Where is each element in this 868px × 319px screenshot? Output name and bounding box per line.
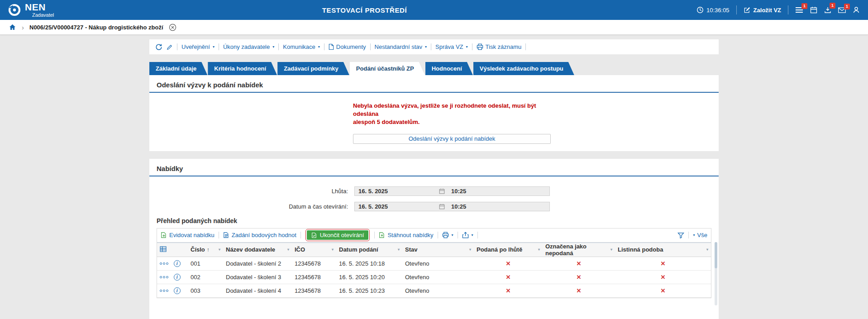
filter-caret-icon[interactable]: ▾ [610, 248, 612, 252]
cell-ico: 12345678 [292, 257, 336, 270]
col-listinna-podoba[interactable]: Listinná podoba ▾ [615, 243, 711, 257]
filter-caret-icon[interactable]: ▾ [287, 248, 289, 252]
col-stav[interactable]: Stav ▾ [402, 243, 474, 257]
zadani-bodovych-hodnot-button[interactable]: Zadání bodových hodnot [223, 232, 296, 238]
menu-button[interactable]: 1 [795, 7, 803, 13]
table-row[interactable]: i 002 Dodavatel - školení 3 12345678 16.… [157, 270, 711, 284]
tab-zakladni-udaje[interactable]: Základní údaje [149, 62, 207, 75]
print-grid-button[interactable]: ▾ [442, 232, 453, 238]
col-datum-podani[interactable]: Datum podání ▾ [336, 243, 402, 257]
clock: 10:36:05 [696, 6, 730, 14]
calendar-button[interactable] [810, 6, 817, 14]
bids-form: Lhůta: 16. 5. 2025 10:25 Datum a čas ote… [157, 186, 711, 211]
filter-caret-icon[interactable]: ▾ [469, 248, 471, 252]
user-button[interactable] [853, 6, 860, 14]
separator [472, 43, 472, 50]
clock-time: 10:36:05 [706, 7, 730, 14]
caret-down-icon: ▾ [213, 45, 215, 49]
col-oznacena-nepodana[interactable]: Označena jako nepodaná ▾ [543, 243, 615, 257]
stahnout-nabidky-button[interactable]: Stáhnout nabídky [379, 232, 433, 238]
compose-icon [744, 7, 750, 14]
cell-datum: 16. 5. 2025 10:23 [336, 284, 402, 297]
deadline-label: Lhůta: [157, 188, 354, 195]
tab-kriteria-hodnoceni[interactable]: Kritéria hodnocení [208, 62, 277, 75]
refresh-icon [155, 43, 162, 51]
downloads-button[interactable]: 1 [824, 6, 831, 14]
deadline-time[interactable]: 10:25 [445, 188, 466, 195]
col-podana-po-lhute[interactable]: Podaná po lhůtě ▾ [474, 243, 543, 257]
cross-icon: ✕ [474, 257, 543, 270]
menu-tisk-zaznamu[interactable]: Tisk záznamu [477, 43, 522, 50]
tab-vysledek[interactable]: Výsledek zadávacího postupu [473, 62, 574, 75]
calendar-icon[interactable] [439, 188, 445, 194]
filter-button[interactable] [677, 232, 684, 238]
column-settings[interactable] [157, 243, 188, 257]
close-circle-icon [169, 24, 176, 31]
close-record-button[interactable] [169, 24, 176, 31]
opening-input[interactable]: 16. 5. 2025 10:25 [354, 202, 550, 211]
cell-ico: 12345678 [292, 284, 336, 297]
cell-datum: 16. 5. 2025 10:18 [336, 257, 402, 270]
filter-caret-icon[interactable]: ▾ [332, 248, 334, 252]
bids-table: Číslo ↑ ▾ Název dodavatele ▾ [157, 243, 711, 298]
cross-icon: ✕ [543, 284, 615, 297]
tab-hodnoceni[interactable]: Hodnocení [425, 62, 473, 75]
nen-logo[interactable]: NEN Zadavatel [8, 2, 54, 18]
vertical-scrollbar[interactable] [715, 242, 717, 305]
table-row[interactable]: i 003 Dodavatel - školení 4 12345678 16.… [157, 284, 711, 297]
downloads-badge: 1 [830, 3, 835, 9]
menu-komunikace[interactable]: Komunikace ▾ [283, 43, 320, 50]
opening-date[interactable]: 16. 5. 2025 [355, 203, 439, 210]
printer-icon [477, 43, 483, 50]
caret-down-icon: ▾ [466, 45, 468, 49]
row-info-icon[interactable]: i [174, 287, 181, 294]
menu-ukony-zadavatele[interactable]: Úkony zadavatele ▾ [223, 43, 274, 50]
view-select[interactable]: ▾ Vše [693, 232, 707, 238]
breadcrumb-record[interactable]: N006/25/V00004727 - Nákup drogistického … [29, 24, 163, 31]
tab-podani-ucastniku[interactable]: Podání účastníků ZP [350, 62, 425, 75]
opening-time[interactable]: 10:25 [445, 203, 466, 210]
cell-cislo: 001 [188, 257, 223, 270]
menu-uverejneni[interactable]: Uveřejnění ▾ [181, 43, 215, 50]
home-button[interactable] [9, 24, 16, 31]
app-name: NEN [25, 2, 54, 12]
row-info-icon[interactable]: i [174, 274, 181, 281]
send-invitation-button[interactable]: Odeslání výzvy k podání nabídek [353, 134, 551, 144]
filter-caret-icon[interactable]: ▾ [706, 248, 708, 252]
filter-caret-icon[interactable]: ▾ [538, 248, 540, 252]
sort-asc-icon: ↑ [207, 247, 210, 253]
row-actions-icon[interactable] [160, 290, 168, 292]
export-grid-button[interactable]: ▾ [462, 232, 473, 238]
menu-nestandardni-stav[interactable]: Nestandardní stav ▾ [375, 43, 427, 50]
filter-caret-icon[interactable]: ▾ [219, 248, 220, 252]
evidovat-nabidku-button[interactable]: Evidovat nabídku [161, 232, 215, 238]
ukoncit-otevirani-button[interactable]: Ukončit otevírání [307, 230, 369, 240]
row-actions-icon[interactable] [160, 262, 168, 265]
section-rule [149, 92, 719, 93]
caret-down-icon: ▾ [452, 233, 453, 237]
tab-zadavaci-podminky[interactable]: Zadávací podmínky [277, 62, 349, 75]
deadline-date[interactable]: 16. 5. 2025 [355, 188, 439, 195]
separator [431, 43, 431, 50]
col-nazev-dodavatele[interactable]: Název dodavatele ▾ [223, 243, 292, 257]
row-actions-icon[interactable] [160, 276, 168, 278]
deadline-input[interactable]: 16. 5. 2025 10:25 [354, 186, 550, 196]
pencil-icon [167, 44, 173, 50]
tab-strip: Základní údaje Kritéria hodnocení Zadáva… [149, 62, 719, 75]
create-vz-button[interactable]: Založit VZ [744, 7, 781, 14]
calendar-icon[interactable] [439, 204, 445, 209]
filter-caret-icon[interactable]: ▾ [398, 248, 400, 252]
table-row[interactable]: i 001 Dodavatel - školení 2 12345678 16.… [157, 257, 711, 270]
grid-title: Přehled podaných nabídek [157, 217, 711, 224]
edit-button[interactable] [167, 44, 173, 50]
grid-settings-icon [160, 246, 167, 252]
caret-down-icon: ▾ [272, 45, 274, 49]
menu-sprava-vz[interactable]: Správa VZ ▾ [435, 43, 467, 50]
menu-dokumenty[interactable]: Dokumenty [329, 43, 366, 50]
history-button[interactable] [155, 43, 162, 51]
cell-ico: 12345678 [292, 270, 336, 284]
messages-button[interactable]: 1 [838, 7, 846, 13]
col-ico[interactable]: IČO ▾ [292, 243, 336, 257]
col-cislo[interactable]: Číslo ↑ ▾ [188, 243, 223, 257]
row-info-icon[interactable]: i [174, 260, 181, 267]
